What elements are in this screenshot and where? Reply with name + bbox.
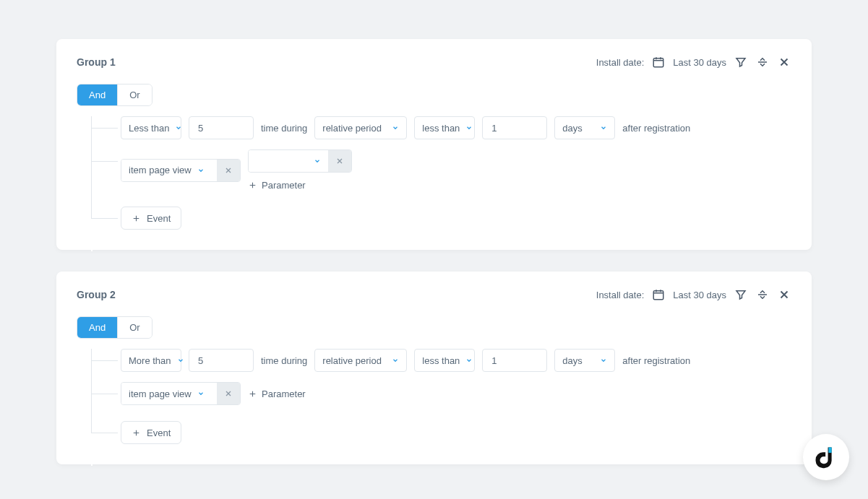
close-icon[interactable] bbox=[777, 287, 791, 302]
install-date-range[interactable]: Last 30 days bbox=[673, 57, 726, 68]
chevron-down-icon bbox=[392, 357, 399, 364]
add-event-button[interactable]: Event bbox=[121, 421, 181, 444]
event-row: item page view Parameter bbox=[121, 382, 791, 405]
rel-unit-select[interactable]: days bbox=[554, 116, 615, 139]
logic-and-button[interactable]: And bbox=[77, 84, 117, 105]
install-date-label: Install date: bbox=[596, 57, 645, 68]
condition-row: Less than time during relative period le… bbox=[121, 116, 791, 139]
add-event-button[interactable]: Event bbox=[121, 207, 181, 230]
rel-value-input[interactable] bbox=[482, 349, 547, 372]
filter-icon[interactable] bbox=[734, 55, 748, 69]
calendar-icon[interactable] bbox=[651, 287, 666, 302]
count-input-field[interactable] bbox=[197, 117, 240, 139]
group-title: Group 2 bbox=[77, 289, 116, 300]
add-parameter-button[interactable]: Parameter bbox=[248, 180, 352, 191]
condition-row: More than time during relative period le… bbox=[121, 349, 791, 372]
sort-icon[interactable] bbox=[755, 55, 770, 69]
close-icon[interactable] bbox=[777, 55, 791, 69]
plus-icon bbox=[248, 181, 257, 190]
logic-or-button[interactable]: Or bbox=[117, 317, 151, 338]
logic-toggle: And Or bbox=[77, 84, 152, 106]
event-type-select[interactable]: item page view bbox=[121, 383, 217, 404]
chevron-down-icon bbox=[600, 124, 607, 131]
period-type-select[interactable]: relative period bbox=[314, 116, 407, 139]
remove-parameter-button[interactable] bbox=[328, 150, 351, 172]
condition-tree: Less than time during relative period le… bbox=[91, 116, 791, 230]
period-type-select[interactable]: relative period bbox=[314, 349, 407, 372]
rel-value-input-field[interactable] bbox=[490, 117, 533, 139]
remove-event-button[interactable] bbox=[217, 160, 240, 181]
brand-logo-icon bbox=[814, 445, 838, 469]
chevron-down-icon bbox=[197, 167, 205, 174]
logic-and-button[interactable]: And bbox=[77, 317, 117, 338]
group-card: Group 1 Install date: Last 30 days And O… bbox=[56, 39, 812, 250]
chevron-down-icon bbox=[392, 124, 399, 131]
add-event-row: Event bbox=[121, 207, 791, 230]
card-header: Group 2 Install date: Last 30 days bbox=[77, 287, 791, 302]
install-date-range[interactable]: Last 30 days bbox=[673, 290, 726, 300]
count-input[interactable] bbox=[189, 349, 254, 372]
svg-rect-2 bbox=[828, 447, 831, 453]
event-type-select[interactable]: item page view bbox=[121, 160, 217, 181]
time-during-label: time during bbox=[261, 355, 307, 366]
chevron-down-icon bbox=[465, 357, 473, 364]
card-header: Group 1 Install date: Last 30 days bbox=[77, 55, 791, 69]
plus-icon bbox=[132, 428, 141, 438]
count-comparison-select[interactable]: More than bbox=[121, 349, 181, 372]
event-combo: item page view bbox=[121, 159, 241, 182]
rel-value-input-field[interactable] bbox=[490, 350, 533, 371]
group-title: Group 1 bbox=[77, 56, 116, 68]
count-input-field[interactable] bbox=[197, 350, 240, 371]
brand-badge[interactable] bbox=[803, 434, 849, 480]
logic-or-button[interactable]: Or bbox=[117, 84, 151, 105]
header-right: Install date: Last 30 days bbox=[596, 287, 791, 302]
calendar-icon[interactable] bbox=[651, 55, 666, 69]
rel-unit-select[interactable]: days bbox=[554, 349, 615, 372]
svg-rect-0 bbox=[654, 58, 664, 67]
count-input[interactable] bbox=[189, 116, 254, 139]
plus-icon bbox=[248, 389, 257, 399]
remove-event-button[interactable] bbox=[217, 383, 240, 404]
chevron-down-icon bbox=[177, 357, 184, 364]
add-parameter-button[interactable]: Parameter bbox=[248, 389, 306, 399]
logic-toggle: And Or bbox=[77, 316, 152, 339]
parameter-combo bbox=[248, 149, 352, 173]
condition-tree: More than time during relative period le… bbox=[91, 349, 791, 444]
time-during-label: time during bbox=[261, 123, 307, 134]
chevron-down-icon bbox=[465, 124, 473, 131]
chevron-down-icon bbox=[314, 157, 321, 165]
group-card: Group 2 Install date: Last 30 days And O… bbox=[56, 272, 812, 464]
parameter-select[interactable] bbox=[249, 150, 328, 172]
chevron-down-icon bbox=[175, 124, 182, 131]
add-event-row: Event bbox=[121, 421, 791, 444]
plus-icon bbox=[132, 214, 141, 223]
svg-rect-1 bbox=[654, 291, 664, 300]
count-comparison-select[interactable]: Less than bbox=[121, 116, 181, 139]
header-right: Install date: Last 30 days bbox=[596, 55, 791, 69]
chevron-down-icon bbox=[600, 357, 607, 364]
install-date-label: Install date: bbox=[596, 290, 645, 300]
sort-icon[interactable] bbox=[755, 287, 770, 302]
rel-comparison-select[interactable]: less than bbox=[414, 116, 475, 139]
event-row: item page view bbox=[121, 149, 791, 191]
rel-comparison-select[interactable]: less than bbox=[414, 349, 475, 372]
after-registration-label: after registration bbox=[622, 355, 690, 366]
filter-icon[interactable] bbox=[734, 287, 748, 302]
event-combo: item page view bbox=[121, 382, 241, 405]
after-registration-label: after registration bbox=[622, 123, 690, 134]
chevron-down-icon bbox=[197, 390, 205, 397]
rel-value-input[interactable] bbox=[482, 116, 547, 139]
